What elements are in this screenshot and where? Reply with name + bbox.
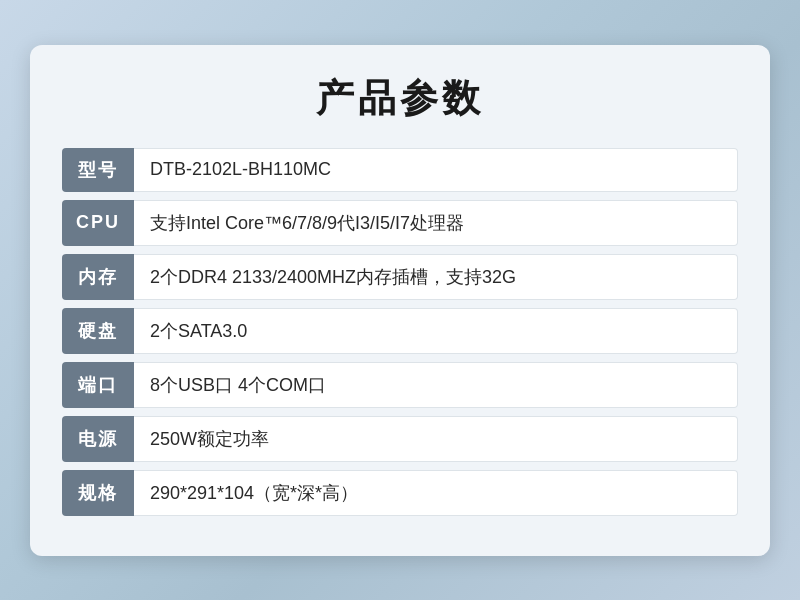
spec-label-ports: 端口 (62, 362, 134, 408)
spec-row-model: 型号DTB-2102L-BH110MC (62, 148, 738, 192)
page-title: 产品参数 (62, 73, 738, 124)
product-specs-card: 产品参数 型号DTB-2102L-BH110MCCPU支持Intel Core™… (30, 45, 770, 556)
spec-label-size: 规格 (62, 470, 134, 516)
spec-row-power: 电源250W额定功率 (62, 416, 738, 462)
spec-label-storage: 硬盘 (62, 308, 134, 354)
spec-value-size: 290*291*104（宽*深*高） (134, 470, 738, 516)
spec-row-cpu: CPU支持Intel Core™6/7/8/9代I3/I5/I7处理器 (62, 200, 738, 246)
spec-row-memory: 内存2个DDR4 2133/2400MHZ内存插槽，支持32G (62, 254, 738, 300)
spec-label-power: 电源 (62, 416, 134, 462)
spec-value-cpu: 支持Intel Core™6/7/8/9代I3/I5/I7处理器 (134, 200, 738, 246)
spec-value-storage: 2个SATA3.0 (134, 308, 738, 354)
spec-value-ports: 8个USB口 4个COM口 (134, 362, 738, 408)
spec-label-cpu: CPU (62, 200, 134, 246)
specs-table: 型号DTB-2102L-BH110MCCPU支持Intel Core™6/7/8… (62, 148, 738, 516)
spec-row-size: 规格290*291*104（宽*深*高） (62, 470, 738, 516)
spec-value-memory: 2个DDR4 2133/2400MHZ内存插槽，支持32G (134, 254, 738, 300)
spec-label-memory: 内存 (62, 254, 134, 300)
spec-row-ports: 端口8个USB口 4个COM口 (62, 362, 738, 408)
spec-label-model: 型号 (62, 148, 134, 192)
spec-row-storage: 硬盘2个SATA3.0 (62, 308, 738, 354)
spec-value-model: DTB-2102L-BH110MC (134, 148, 738, 192)
spec-value-power: 250W额定功率 (134, 416, 738, 462)
